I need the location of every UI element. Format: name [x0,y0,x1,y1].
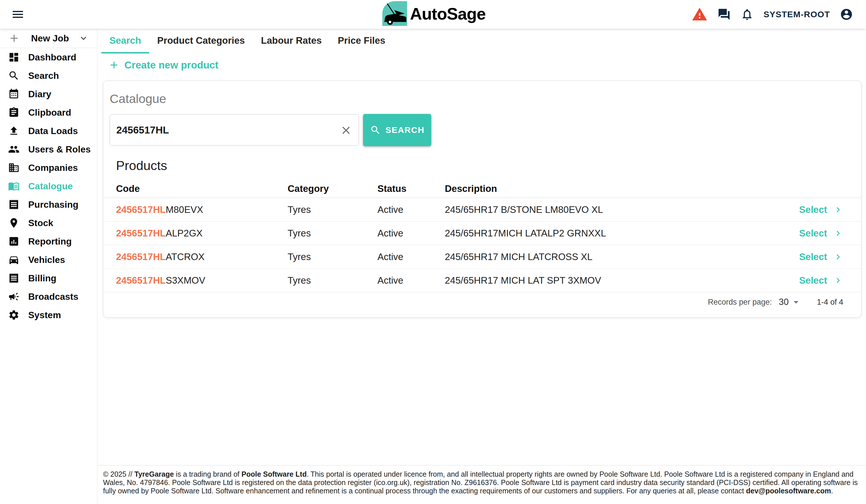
sidebar-item-reporting[interactable]: Reporting [0,232,97,251]
legal-text: © 2025 // TyreGarage is a trading brand … [103,470,860,495]
sidebar-item-vehicles[interactable]: Vehicles [0,251,97,269]
product-status: Active [377,275,445,286]
footer-brand: TyreGarage [134,470,174,478]
catalogue-search-input[interactable] [116,124,329,136]
table-row[interactable]: 2456517HLATCROX Tyres Active 245/65HR17 … [103,245,861,269]
catalogue-card: Catalogue SEARCH Products Code Category … [103,81,862,318]
select-button[interactable]: Select [799,251,843,262]
product-description: 245/65HR17 MICH LAT SPT 3XMOV [445,275,799,286]
sidebar-item-label: Billing [28,273,56,284]
create-new-product-label: Create new product [124,59,219,71]
records-per-page-value[interactable]: 30 [779,297,789,307]
select-button[interactable]: Select [799,228,843,239]
building-icon [8,162,20,173]
table-row[interactable]: 2456517HLALP2GX Tyres Active 245/65HR17M… [103,221,861,245]
plus-icon [8,32,20,44]
sidebar-item-purchasing[interactable]: Purchasing [0,195,97,214]
new-job-label: New Job [31,33,69,44]
product-category: Tyres [288,251,377,262]
sidebar-item-label: Catalogue [28,181,73,192]
gear-icon [8,309,20,321]
bell-icon[interactable] [741,8,754,21]
chevron-right-icon [833,228,843,239]
select-label: Select [799,228,827,239]
select-label: Select [799,275,827,286]
footer-company: Poole Software Ltd [242,470,307,478]
sidebar-item-system[interactable]: System [0,306,97,324]
select-button[interactable]: Select [799,275,843,286]
pin-icon [8,217,20,229]
products-section: Products Code Category Status Descriptio… [103,158,861,312]
select-label: Select [799,204,827,215]
tab-price-files[interactable]: Price Files [330,29,393,54]
dropdown-arrow-icon[interactable] [790,296,802,308]
chevron-down-icon[interactable] [78,33,89,44]
chevron-right-icon [833,275,843,286]
sidebar-item-label: System [28,310,61,320]
search-box [110,114,359,146]
product-code: 2456517HLM80EVX [116,204,288,215]
sidebar-item-label: Clipboard [28,107,71,118]
product-status: Active [377,228,445,239]
chat-icon[interactable] [718,8,731,21]
sidebar-item-search[interactable]: Search [0,67,97,85]
chevron-right-icon [833,252,843,262]
select-button[interactable]: Select [799,204,843,215]
tab-labour-rates[interactable]: Labour Rates [253,29,330,54]
tab-search[interactable]: Search [101,29,149,54]
footer-segment: © 2025 // [103,470,134,478]
card-title: Catalogue [110,92,861,106]
sidebar-item-label: Vehicles [28,255,65,265]
table-row[interactable]: 2456517HLM80EVX Tyres Active 245/65HR17 … [103,198,861,221]
code-match: 2456517HL [116,251,166,262]
sidebar-item-users-roles[interactable]: Users & Roles [0,140,97,159]
footer-segment: is a trading brand of [174,470,242,478]
code-match: 2456517HL [116,275,166,286]
footer-contact-email: dev@poolesoftware.com [746,487,831,495]
tab-product-categories[interactable]: Product Categories [149,29,253,54]
new-job-button[interactable]: New Job [0,29,97,48]
table-row[interactable]: 2456517HLS3XMOV Tyres Active 245/65HR17 … [103,269,861,292]
sidebar-item-label: Companies [28,162,78,173]
product-code: 2456517HLS3XMOV [116,275,288,286]
warning-icon[interactable] [691,6,708,22]
sidebar-item-stock[interactable]: Stock [0,214,97,232]
sidebar-item-label: Users & Roles [28,144,91,155]
upload-icon [8,125,20,137]
sidebar-item-data-loads[interactable]: Data Loads [0,122,97,140]
sidebar-item-label: Reporting [28,236,72,247]
sidebar-item-diary[interactable]: Diary [0,85,97,103]
product-code: 2456517HLALP2GX [116,228,288,239]
chevron-right-icon [833,205,843,215]
code-rest: ATCROX [166,251,204,262]
footer-segment: . [831,487,833,495]
column-header-status: Status [377,183,445,194]
sidebar: New Job Dashboard Search Diary Clipboard… [0,29,97,504]
close-icon[interactable] [340,124,352,137]
column-header-category: Category [288,183,377,194]
menu-icon[interactable] [11,8,25,21]
sidebar-item-catalogue[interactable]: Catalogue [0,177,97,195]
sidebar-item-companies[interactable]: Companies [0,159,97,177]
book-icon [8,180,20,192]
sidebar-item-clipboard[interactable]: Clipboard [0,103,97,122]
sidebar-item-label: Broadcasts [28,291,78,302]
create-new-product-button[interactable]: Create new product [108,59,219,71]
sidebar-item-label: Search [28,70,59,81]
people-icon [8,144,20,155]
search-button[interactable]: SEARCH [363,114,431,146]
sidebar-item-broadcasts[interactable]: Broadcasts [0,287,97,306]
calendar-icon [8,88,20,100]
receipt-icon [8,272,20,284]
code-rest: S3XMOV [166,275,205,286]
sidebar-item-label: Diary [28,89,51,100]
account-icon[interactable] [840,8,853,21]
sidebar-item-label: Data Loads [28,126,78,136]
products-title: Products [116,158,861,173]
product-status: Active [377,251,445,262]
code-rest: ALP2GX [166,228,202,239]
megaphone-icon [8,291,20,302]
sidebar-item-billing[interactable]: Billing [0,269,97,287]
sidebar-item-dashboard[interactable]: Dashboard [0,48,97,67]
main-content: Search Product Categories Labour Rates P… [97,29,866,504]
